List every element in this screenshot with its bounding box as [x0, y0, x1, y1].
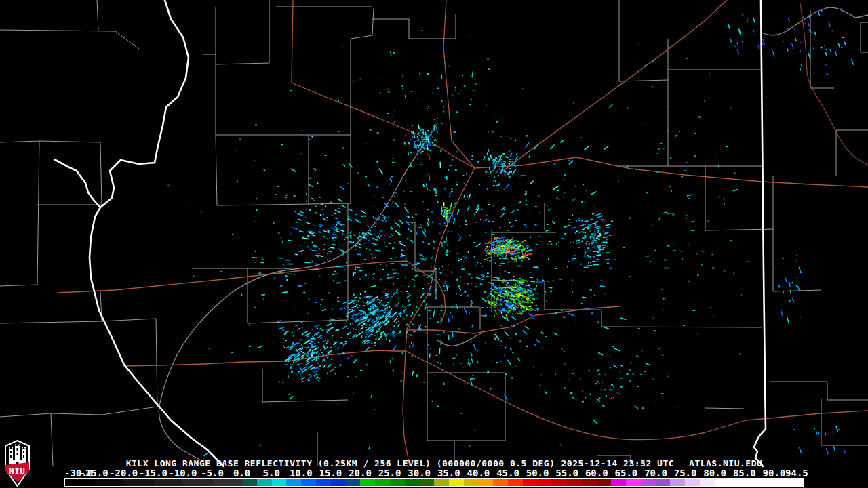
- map-background: [0, 0, 868, 488]
- legend-tick-label: 0.0: [233, 468, 250, 479]
- product-source: ATLAS.NIU.EDU: [689, 458, 762, 468]
- reflectivity-legend: -30.0-25.0-20.0-15.0-10.0-5.00.05.010.01…: [64, 468, 807, 488]
- colorbar-segment: [582, 479, 597, 486]
- colorbar-segment: [759, 479, 774, 486]
- colorbar-segment: [242, 479, 257, 486]
- legend-tick-label: 25.0: [378, 468, 401, 479]
- colorbar-segment: [198, 479, 213, 486]
- radar-map: [0, 0, 868, 488]
- legend-tick-label: 50.0: [526, 468, 549, 479]
- legend-tick-label: -10.0: [168, 468, 197, 479]
- colorbar-segment: [286, 479, 301, 486]
- legend-tick-label: 15.0: [319, 468, 342, 479]
- colorbar-segment: [301, 479, 316, 486]
- colorbar-segment: [139, 479, 154, 486]
- colorbar-segment: [95, 479, 110, 486]
- legend-tick-label: 10.0: [290, 468, 313, 479]
- legend-tick-label: 60.0: [585, 468, 608, 479]
- colorbar-segment: [183, 479, 198, 486]
- legend-tick-label: -20.0: [109, 468, 138, 479]
- legend-tick-label: 70.0: [644, 468, 667, 479]
- colorbar-segment: [227, 479, 242, 486]
- legend-tick-label: 30.0: [408, 468, 431, 479]
- colorbar-segment: [567, 479, 582, 486]
- colorbar-segment: [272, 479, 287, 486]
- colorbar-segment: [331, 479, 346, 486]
- colorbar-segment: [213, 479, 228, 486]
- legend-tick-label: 90.0: [763, 468, 786, 479]
- colorbar-segment: [65, 479, 80, 486]
- colorbar-segment: [685, 479, 700, 486]
- logo-text: NIU: [9, 467, 26, 476]
- colorbar-segment: [744, 479, 759, 486]
- legend-tick-label: 80.0: [703, 468, 726, 479]
- legend-tick-label: 35.0: [437, 468, 460, 479]
- legend-tick-label: 75.0: [674, 468, 697, 479]
- legend-tick-label: 85.0: [733, 468, 756, 479]
- legend-tick-label: 20.0: [349, 468, 372, 479]
- colorbar-segment: [419, 479, 434, 486]
- colorbar-segment: [360, 479, 375, 486]
- colorbar-segment: [508, 479, 523, 486]
- colorbar-segment: [346, 479, 361, 486]
- colorbar-segment: [493, 479, 508, 486]
- niu-logo: NIU: [4, 440, 31, 487]
- colorbar-segment: [700, 479, 715, 486]
- colorbar-segment: [611, 479, 626, 486]
- legend-tick-label: 45.0: [496, 468, 519, 479]
- colorbar-segment: [523, 479, 538, 486]
- legend-tick-label: -25.0: [80, 468, 108, 479]
- colorbar-segment: [434, 479, 449, 486]
- colorbar-segment: [316, 479, 331, 486]
- colorbar-segment: [715, 479, 730, 486]
- legend-tick-label: 94.5: [785, 468, 808, 479]
- legend-tick-label: 40.0: [467, 468, 490, 479]
- legend-tick-label: 5.0: [263, 468, 280, 479]
- legend-tick-label: 55.0: [555, 468, 578, 479]
- colorbar-segment: [670, 479, 685, 486]
- colorbar-segment: [154, 479, 169, 486]
- colorbar-segment: [168, 479, 183, 486]
- product-timestamp: 2025-12-14 23:52 UTC: [561, 458, 675, 468]
- legend-tick-label: 65.0: [615, 468, 638, 479]
- legend-tick-labels: -30.0-25.0-20.0-15.0-10.0-5.00.05.010.01…: [64, 468, 804, 477]
- product-title-line: KILX LONG RANGE BASE REFLECTIVITY (0.25K…: [0, 458, 868, 468]
- legend-tick-label: -5.0: [201, 468, 224, 479]
- colorbar-segment: [390, 479, 405, 486]
- product-title: KILX LONG RANGE BASE REFLECTIVITY (0.25K…: [126, 458, 555, 468]
- radar-display: KILX LONG RANGE BASE REFLECTIVITY (0.25K…: [0, 0, 868, 488]
- colorbar-segment: [375, 479, 390, 486]
- colorbar-segment: [449, 479, 464, 486]
- colorbar-segment: [641, 479, 656, 486]
- colorbar-segment: [80, 479, 95, 486]
- colorbar-segment: [552, 479, 567, 486]
- colorbar-segment: [478, 479, 493, 486]
- colorbar-segment: [124, 479, 139, 486]
- legend-tick-label: -15.0: [139, 468, 167, 479]
- colorbar-segment: [464, 479, 479, 486]
- colorbar-segment: [774, 479, 789, 486]
- colorbar-segment: [109, 479, 124, 486]
- colorbar-segment: [538, 479, 553, 486]
- colorbar-segment: [257, 479, 272, 486]
- colorbar-segment: [729, 479, 744, 486]
- colorbar-segment: [597, 479, 612, 486]
- colorbar-segment: [405, 479, 420, 486]
- reflectivity-colorbar: [64, 478, 804, 487]
- colorbar-segment: [656, 479, 671, 486]
- colorbar-segment: [789, 479, 804, 486]
- colorbar-segment: [626, 479, 641, 486]
